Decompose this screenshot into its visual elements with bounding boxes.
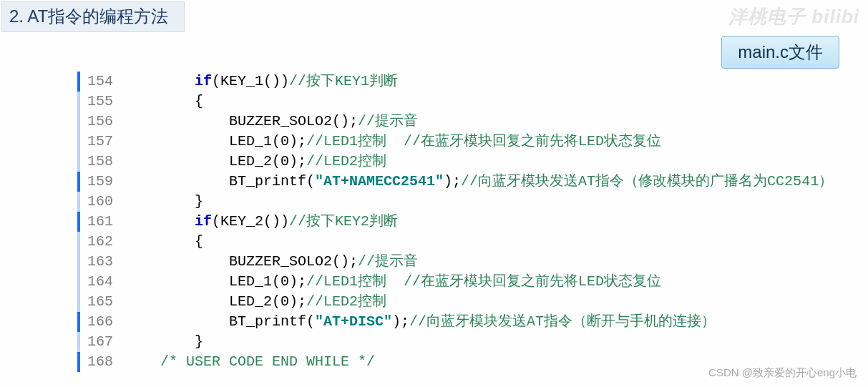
line-number: 168 — [80, 352, 126, 372]
code-line: 160 } — [77, 192, 854, 212]
code-line: 159 BT_printf("AT+NAMECC2541");//向蓝牙模块发送… — [77, 172, 854, 192]
line-number: 161 — [80, 212, 126, 232]
line-number: 162 — [80, 232, 126, 252]
line-text: LED_2(0);//LED2控制 — [126, 152, 386, 172]
line-text: if(KEY_2())//按下KEY2判断 — [126, 212, 398, 232]
line-text: } — [126, 192, 203, 212]
code-line: 162 { — [77, 232, 854, 252]
code-line: 163 BUZZER_SOLO2();//提示音 — [77, 252, 854, 272]
line-number: 155 — [80, 92, 126, 112]
line-text: BUZZER_SOLO2();//提示音 — [126, 252, 418, 272]
line-text: { — [126, 92, 203, 112]
line-number: 160 — [80, 192, 126, 212]
line-number: 163 — [80, 252, 126, 272]
line-text: BT_printf("AT+NAMECC2541");//向蓝牙模块发送AT指令… — [126, 172, 833, 192]
code-line: 168 /* USER CODE END WHILE */ — [77, 352, 854, 372]
line-text: LED_2(0);//LED2控制 — [126, 292, 386, 312]
line-number: 154 — [80, 72, 126, 92]
line-text: } — [126, 332, 203, 352]
line-text: if(KEY_1())//按下KEY1判断 — [126, 72, 398, 92]
line-text: LED_1(0);//LED1控制 //在蓝牙模块回复之前先将LED状态复位 — [126, 132, 661, 152]
line-text: { — [126, 232, 203, 252]
code-line: 157 LED_1(0);//LED1控制 //在蓝牙模块回复之前先将LED状态… — [77, 132, 854, 152]
line-number: 167 — [80, 332, 126, 352]
code-block: 154 if(KEY_1())//按下KEY1判断155 {156 BUZZER… — [77, 72, 854, 372]
line-number: 156 — [80, 112, 126, 132]
code-line: 165 LED_2(0);//LED2控制 — [77, 292, 854, 312]
code-line: 164 LED_1(0);//LED1控制 //在蓝牙模块回复之前先将LED状态… — [77, 272, 854, 292]
code-line: 155 { — [77, 92, 854, 112]
line-text: LED_1(0);//LED1控制 //在蓝牙模块回复之前先将LED状态复位 — [126, 272, 661, 292]
code-line: 167 } — [77, 332, 854, 352]
line-number: 164 — [80, 272, 126, 292]
line-number: 157 — [80, 132, 126, 152]
line-number: 165 — [80, 292, 126, 312]
code-line: 156 BUZZER_SOLO2();//提示音 — [77, 112, 854, 132]
code-line: 158 LED_2(0);//LED2控制 — [77, 152, 854, 172]
watermark-top: 洋桃电子 bilibi — [728, 4, 859, 29]
code-line: 154 if(KEY_1())//按下KEY1判断 — [77, 72, 854, 92]
file-badge: main.c文件 — [721, 36, 839, 69]
code-line: 161 if(KEY_2())//按下KEY2判断 — [77, 212, 854, 232]
line-text: BT_printf("AT+DISC");//向蓝牙模块发送AT指令（断开与手机… — [126, 312, 716, 332]
line-text: BUZZER_SOLO2();//提示音 — [126, 112, 418, 132]
line-number: 158 — [80, 152, 126, 172]
line-number: 166 — [80, 312, 126, 332]
line-text: /* USER CODE END WHILE */ — [126, 352, 375, 372]
section-heading: 2. AT指令的编程方法 — [1, 1, 185, 32]
code-line: 166 BT_printf("AT+DISC");//向蓝牙模块发送AT指令（断… — [77, 312, 854, 332]
line-number: 159 — [80, 172, 126, 192]
